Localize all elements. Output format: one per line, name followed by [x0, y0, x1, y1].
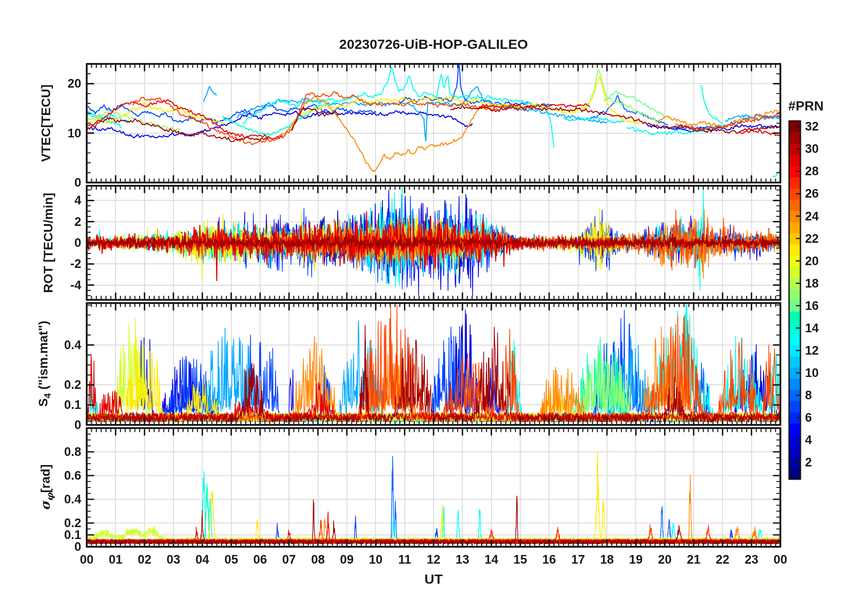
y-tick-label: -4: [36, 278, 81, 292]
x-tick-label: 22: [716, 553, 729, 567]
x-tick-label: 14: [485, 553, 498, 567]
x-tick-label: 08: [311, 553, 325, 567]
x-tick-label: 01: [109, 553, 122, 567]
colorbar-tick-label: 20: [805, 254, 819, 268]
x-tick-label: 05: [225, 553, 238, 567]
chart-title: 20230726-UiB-HOP-GALILEO: [339, 37, 528, 52]
x-tick-label: 19: [629, 553, 643, 567]
x-tick-label: 23: [745, 553, 758, 567]
y-tick-label: 0: [36, 418, 81, 432]
y-tick-label: 0.2: [36, 378, 81, 392]
colorbar-tick-label: 12: [805, 343, 819, 357]
x-tick-label: 20: [658, 553, 672, 567]
x-tick-label: 09: [340, 553, 354, 567]
y-tick-label: 0.6: [36, 469, 81, 483]
colorbar-tick-label: 14: [805, 321, 819, 335]
y-tick-label: 0.8: [36, 445, 81, 459]
x-tick-label: 06: [253, 553, 267, 567]
y-tick-label: 0.4: [36, 338, 81, 352]
y-tick-label: 0.2: [36, 516, 81, 530]
y-tick-label: 10: [36, 126, 81, 140]
colorbar-tick-label: 22: [805, 231, 819, 246]
colorbar-tick-label: 26: [805, 187, 819, 201]
x-axis-label: UT: [424, 571, 443, 587]
colorbar-tick-label: 18: [805, 276, 819, 290]
colorbar-tick-label: 24: [805, 209, 819, 223]
colorbar-tick-label: 8: [805, 388, 812, 403]
x-tick-label: 00: [774, 553, 787, 567]
x-tick-label: 03: [167, 553, 180, 567]
x-tick-label: 00: [80, 553, 94, 567]
x-tick-label: 04: [195, 553, 209, 567]
s4-ylabel: S4 ("ism.mat"): [36, 321, 53, 407]
colorbar-tick-label: 2: [805, 455, 812, 470]
x-tick-label: 10: [369, 553, 382, 567]
y-tick-label: 2: [36, 215, 81, 229]
x-tick-label: 02: [138, 553, 152, 567]
y-tick-label: 0: [36, 176, 81, 190]
x-tick-label: 17: [571, 553, 585, 567]
vtec-ylabel: VTEC[TECU]: [39, 84, 53, 162]
colorbar-tick-label: 6: [805, 411, 812, 425]
x-tick-label: 21: [687, 553, 701, 567]
colorbar-tick-label: 32: [805, 120, 819, 134]
colorbar-tick-label: 4: [805, 433, 812, 447]
y-tick-label: 20: [36, 77, 81, 91]
y-tick-label: 0: [36, 236, 81, 250]
y-tick-label: 0.4: [36, 492, 81, 507]
x-tick-label: 11: [398, 553, 411, 567]
colorbar-tick-label: 28: [805, 164, 819, 178]
vtec-ylabel-text: VTEC[TECU]: [39, 84, 53, 162]
colorbar-tick-label: 30: [805, 142, 819, 156]
y-tick-label: 4: [36, 194, 81, 208]
colorbar-tick-label: 10: [805, 366, 819, 380]
x-tick-label: 13: [455, 553, 469, 567]
y-tick-label: -2: [36, 257, 81, 271]
figure: 20230726-UiB-HOP-GALILEO VTEC[TECU] ROT …: [0, 0, 868, 607]
chart-canvas: [0, 0, 868, 607]
colorbar-tick-label: 16: [805, 298, 819, 313]
colorbar-title: #PRN: [788, 99, 823, 114]
x-tick-label: 18: [600, 553, 614, 567]
y-tick-label: 0.1: [36, 398, 81, 412]
x-tick-label: 07: [282, 553, 296, 567]
x-tick-label: 16: [542, 553, 556, 567]
x-tick-label: 15: [513, 553, 527, 567]
x-tick-label: 12: [427, 553, 440, 567]
